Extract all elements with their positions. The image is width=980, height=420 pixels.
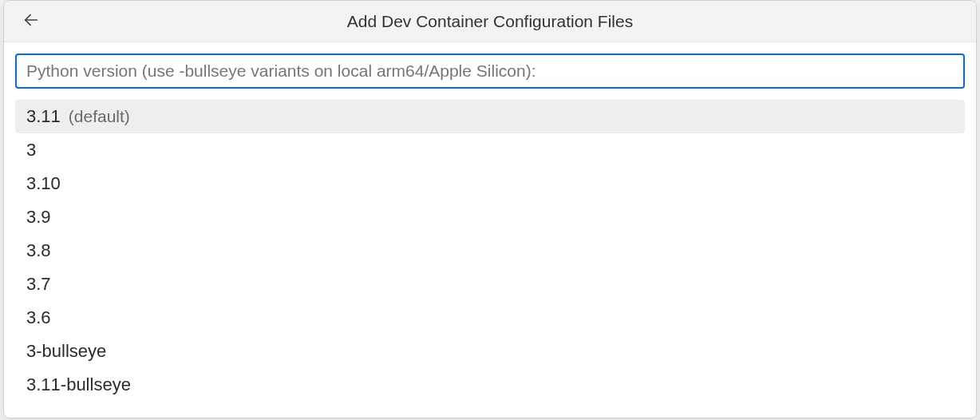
back-button[interactable]: [20, 10, 42, 33]
quickpick-header: Add Dev Container Configuration Files: [4, 1, 976, 42]
list-item[interactable]: 3.8: [15, 234, 965, 267]
quickpick-title: Add Dev Container Configuration Files: [20, 12, 960, 31]
item-label: 3.10: [26, 167, 61, 200]
item-label: 3.11-bullseye: [26, 368, 131, 402]
item-label: 3.7: [26, 267, 51, 301]
item-label: 3-bullseye: [26, 335, 106, 368]
quickpick-input[interactable]: [15, 53, 965, 89]
list-item[interactable]: 3.7: [15, 267, 965, 301]
item-label: 3.6: [26, 301, 51, 335]
list-item[interactable]: 3: [15, 133, 965, 167]
item-description: (default): [69, 100, 130, 133]
list-item[interactable]: 3.11-bullseye: [15, 368, 965, 402]
item-label: 3.11: [26, 100, 61, 133]
item-label: 3: [26, 133, 36, 167]
quickpick-list: 3.11(default)33.103.93.83.73.63-bullseye…: [15, 100, 965, 402]
quickpick-body: 3.11(default)33.103.93.83.73.63-bullseye…: [4, 42, 976, 418]
arrow-left-icon: [22, 11, 40, 32]
list-item[interactable]: 3.11(default): [15, 100, 965, 133]
item-label: 3.8: [26, 234, 51, 267]
item-label: 3.9: [26, 200, 51, 234]
list-item[interactable]: 3.9: [15, 200, 965, 234]
quickpick-palette: Add Dev Container Configuration Files 3.…: [3, 0, 977, 418]
list-item[interactable]: 3.10: [15, 167, 965, 200]
list-item[interactable]: 3-bullseye: [15, 335, 965, 368]
list-item[interactable]: 3.6: [15, 301, 965, 335]
